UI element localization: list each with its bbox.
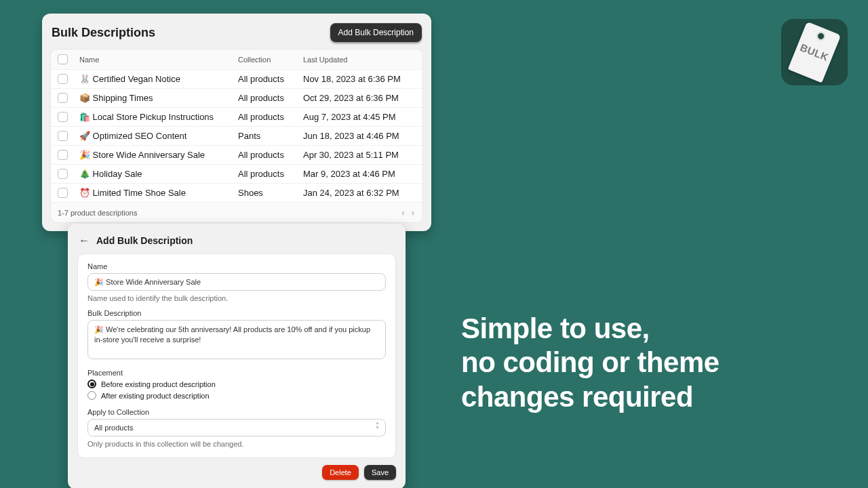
app-icon: BULK [781, 19, 848, 85]
radio-after[interactable] [87, 391, 96, 400]
table-row[interactable]: 🎉 Store Wide Anniversary SaleAll product… [51, 146, 422, 165]
headline-line: no coding or theme [461, 346, 719, 380]
page-title: Bulk Descriptions [52, 26, 155, 40]
column-updated: Last Updated [303, 56, 417, 64]
name-label: Name [87, 262, 386, 270]
placement-label: Placement [87, 369, 386, 377]
row-collection: All products [238, 169, 303, 179]
save-button[interactable]: Save [364, 465, 396, 480]
collection-select[interactable]: All products [87, 419, 386, 436]
column-name: Name [79, 56, 238, 64]
row-collection: All products [238, 112, 303, 122]
row-updated: Nov 18, 2023 at 6:36 PM [303, 74, 417, 84]
row-checkbox[interactable] [58, 74, 68, 84]
marketing-headline: Simple to use, no coding or theme change… [461, 312, 719, 414]
bulk-descriptions-panel: Bulk Descriptions Add Bulk Description N… [42, 14, 431, 231]
row-name: 🎉 Store Wide Anniversary Sale [79, 150, 238, 160]
table-row[interactable]: 🎄 Holiday SaleAll productsMar 9, 2023 at… [51, 165, 422, 184]
apply-help: Only products in this collection will be… [87, 440, 386, 448]
table-row[interactable]: 🚀 Optimized SEO ContentPantsJun 18, 2023… [51, 127, 422, 146]
description-label: Bulk Description [87, 309, 386, 317]
row-name: 📦 Shipping Times [79, 93, 238, 103]
radio-before[interactable] [87, 380, 96, 388]
row-name: 🐰 Certified Vegan Notice [79, 74, 238, 84]
description-textarea[interactable]: 🎉 We're celebrating our 5th anniversary!… [87, 320, 386, 359]
add-bulk-description-panel: ← Add Bulk Description Name Name used to… [68, 224, 406, 488]
apply-label: Apply to Collection [87, 408, 386, 416]
delete-button[interactable]: Delete [322, 465, 359, 480]
column-collection: Collection [238, 56, 303, 64]
row-name: 🎄 Holiday Sale [79, 169, 238, 179]
table-header: Name Collection Last Updated [51, 49, 422, 70]
add-bulk-description-button[interactable]: Add Bulk Description [330, 23, 422, 42]
tag-text: BULK [799, 41, 831, 63]
placement-after-row[interactable]: After existing product description [87, 391, 386, 400]
row-collection: Shoes [238, 188, 303, 198]
row-name: ⏰ Limited Time Shoe Sale [79, 188, 238, 198]
row-updated: Apr 30, 2023 at 5:11 PM [303, 150, 417, 160]
row-collection: Pants [238, 131, 303, 141]
row-checkbox[interactable] [58, 131, 68, 141]
row-collection: All products [238, 93, 303, 103]
row-collection: All products [238, 150, 303, 160]
price-tag-icon: BULK [788, 22, 842, 83]
form-card: Name Name used to identify the bulk desc… [77, 253, 396, 458]
next-page-button[interactable]: › [410, 207, 416, 218]
row-updated: Aug 7, 2023 at 4:45 PM [303, 112, 417, 122]
form-title: Add Bulk Description [96, 235, 193, 246]
table-row[interactable]: 🛍️ Local Store Pickup InstructionsAll pr… [51, 108, 422, 127]
prev-page-button[interactable]: ‹ [400, 207, 406, 218]
placement-before-row[interactable]: Before existing product description [87, 380, 386, 388]
back-button[interactable]: ← [79, 235, 90, 247]
name-input[interactable] [87, 273, 386, 291]
row-updated: Mar 9, 2023 at 4:46 PM [303, 169, 417, 179]
row-checkbox[interactable] [58, 150, 68, 160]
name-help: Name used to identify the bulk descripti… [87, 294, 386, 302]
row-updated: Jan 24, 2023 at 6:32 PM [303, 188, 417, 198]
row-checkbox[interactable] [58, 169, 68, 179]
row-name: 🚀 Optimized SEO Content [79, 131, 238, 141]
select-all-checkbox[interactable] [58, 54, 68, 64]
row-checkbox[interactable] [58, 93, 68, 103]
placement-after-label: After existing product description [101, 392, 210, 400]
row-checkbox[interactable] [58, 188, 68, 198]
table-row[interactable]: 🐰 Certified Vegan NoticeAll productsNov … [51, 70, 422, 89]
headline-line: Simple to use, [461, 312, 719, 346]
row-updated: Oct 29, 2023 at 6:36 PM [303, 93, 417, 103]
table-row[interactable]: 📦 Shipping TimesAll productsOct 29, 2023… [51, 89, 422, 108]
table-row[interactable]: ⏰ Limited Time Shoe SaleShoesJan 24, 202… [51, 184, 422, 202]
row-checkbox[interactable] [58, 112, 68, 122]
table-footer-count: 1-7 product descriptions [58, 209, 137, 217]
row-name: 🛍️ Local Store Pickup Instructions [79, 112, 238, 122]
headline-line: changes required [461, 380, 719, 414]
descriptions-table: Name Collection Last Updated 🐰 Certified… [50, 49, 423, 223]
row-collection: All products [238, 74, 303, 84]
row-updated: Jun 18, 2023 at 4:46 PM [303, 131, 417, 141]
placement-before-label: Before existing product description [101, 380, 216, 388]
